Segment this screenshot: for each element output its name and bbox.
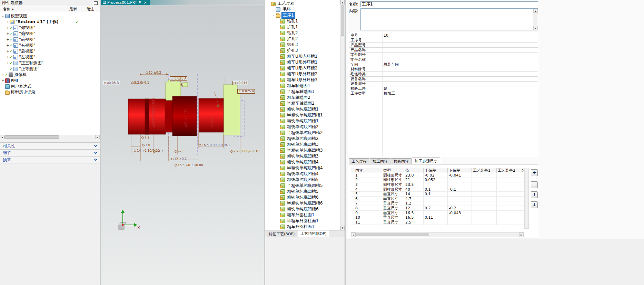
dimension-annotation[interactable]: 16.5 0.000/-0.043 [199,143,230,147]
table-action-button[interactable]: + [531,169,538,176]
scrollbar-thumb[interactable] [356,233,429,236]
navigator-tree-item[interactable]: + ✓ "俯视图" [0,31,100,37]
expander-toggle[interactable]: + [6,26,10,30]
process-tree-item[interactable]: 精铣单纯底凹槽6 [266,206,340,212]
table-action-button[interactable]: - [531,181,538,188]
process-tree-item[interactable]: 精车外圆柱面1 [266,224,340,230]
scroll-down-icon[interactable] [340,226,345,230]
navigator-section-header[interactable]: 预览 [0,156,100,163]
steps-column-header[interactable]: 值 [404,168,424,173]
dimension-annotation[interactable]: ⌀23.5 [210,118,214,127]
steps-horizontal-scrollbar[interactable] [351,232,524,237]
process-tree-item[interactable]: 半精车外圆柱面1 [266,218,340,224]
expander-toggle[interactable]: + [6,55,10,59]
navigator-tree-item[interactable]: + "Section #1" (工作) ✓ [0,19,100,25]
process-tree-item[interactable]: 扩孔3 [266,48,340,54]
process-tree-item[interactable]: 精铣单纯底凹槽4 [266,171,340,177]
navigator-tree-item[interactable]: 模型历史记录 [0,89,100,95]
steps-column-header[interactable]: 类型 [382,168,404,173]
scroll-right-icon[interactable] [519,232,524,237]
steps-column-header[interactable]: 工艺装备2 [497,168,520,173]
property-value[interactable] [382,38,538,42]
table-action-button[interactable]: ↓ [531,201,538,208]
column-note[interactable]: 附注 [85,6,100,12]
steps-table-row[interactable]: 7 垂直尺寸 1.2 [351,201,524,206]
visibility-check-icon[interactable]: ✓ [10,55,13,59]
property-row[interactable]: 零件名称 [349,57,538,62]
property-value[interactable]: 机加工 [382,91,538,96]
navigator-tree-item[interactable]: ✓ "正等测图" [0,66,100,72]
dimension-annotation[interactable]: 7.2 [141,136,149,140]
expander-toggle[interactable]: + [1,73,5,77]
property-row[interactable]: 工序类型 机加工 [349,91,538,96]
steps-table-row[interactable]: 5 垂直尺寸 14 0.1 [351,192,524,197]
process-view-tab[interactable]: 特征工艺(BOP) [266,231,297,237]
process-tree-item[interactable]: 粗车U形外环槽2 [266,71,340,77]
navigator-tree-item[interactable]: + ✓ 摄像机 [0,72,100,78]
navigator-section-header[interactable]: 细节 [0,149,100,156]
property-row[interactable]: 设备名称 [349,77,538,82]
process-tree-item[interactable]: 粗铣单纯底凹槽5 [266,177,340,183]
dimension-annotation[interactable]: 1.6 [142,143,150,147]
property-row[interactable]: 零件图号 [349,53,538,57]
process-tree-item[interactable]: - 工序1 [266,12,340,18]
process-tree-item[interactable]: 钻孔1 [266,18,340,24]
process-tree-item[interactable]: 半精车轴端面1 [266,89,340,95]
dimension-annotation[interactable]: 9.2 0/-0.1 [131,81,149,85]
expander-toggle[interactable]: + [6,20,10,24]
navigator-section-header[interactable]: 相关性 [0,142,100,149]
navigator-tree-item[interactable]: + PMI [0,78,100,84]
property-row[interactable]: 车间 总装车间 [349,62,538,67]
part-tab[interactable]: Process001.PRT × [101,0,150,5]
dimension-annotation[interactable]: ⊥ 0.025 A [170,76,187,81]
steps-column-header[interactable]: 下偏差 [448,168,472,173]
detail-tab[interactable]: 检验内容 [391,158,412,164]
property-value[interactable]: 是 [382,86,538,91]
process-tree-item[interactable]: 粗车轴端面2 [266,95,340,101]
process-tree-item[interactable]: 半精铣单纯底凹槽6 [266,200,340,206]
dimension-annotation[interactable]: ⌀0.015 [232,81,248,85]
scroll-down-icon[interactable] [533,26,538,30]
steps-vertical-scrollbar[interactable] [524,168,529,229]
steps-table-row[interactable]: 8 垂直尺寸 12 0.2 -0.2 [351,206,524,211]
table-action-button[interactable]: ↑ [531,191,538,198]
navigator-tree-item[interactable]: + ✓ "后视图" [0,48,100,54]
pin-icon[interactable] [138,1,141,4]
property-row[interactable]: 材料牌号 [349,67,538,72]
expander-toggle[interactable]: + [6,32,10,36]
steps-table-row[interactable]: 1 圆柱形尺寸 23.8 -0.02 -0.041 [351,173,524,178]
undock-window-icon[interactable] [94,1,98,5]
navigator-tree-item[interactable]: - 模型视图 [0,13,100,19]
scroll-up-icon[interactable] [533,9,538,13]
detail-tab[interactable]: 工艺过程 [349,158,369,164]
property-row[interactable]: 工序号 [349,38,538,43]
operation-content-textarea[interactable] [360,8,538,30]
property-value[interactable] [382,72,538,76]
process-tree-item[interactable]: 精铣单纯底凹槽2 [266,136,340,142]
property-row[interactable]: 毛坯种类 [349,72,538,77]
expander-toggle[interactable]: + [6,44,10,47]
process-tree-scrollbar[interactable] [340,0,345,230]
process-tree-item[interactable]: 精铣单纯底凹槽1 [266,118,340,124]
visibility-check-icon[interactable]: ✓ [10,31,13,36]
detail-tab[interactable]: 加工步骤尺寸 [412,158,440,164]
steps-table-row[interactable]: 6 垂直尺寸 4.7 [351,197,524,201]
process-tree-item[interactable]: 粗铣单纯底凹槽6 [266,194,340,200]
detail-tab[interactable]: 加工内容 [370,158,390,164]
model-view-canvas[interactable]: X 15 ±0.2 ⊥ 0.025 A ⌀0.05 B 9.2 0/-0.1 [101,5,264,285]
process-tree-item[interactable]: 粗车U形外环槽3 [266,77,340,83]
process-tree-item[interactable]: 钻孔3 [266,42,340,48]
navigator-tree-item[interactable]: 用户表达式 [0,84,100,89]
process-tree-item[interactable]: 粗车U形内环槽2 [266,65,340,71]
process-tree-item[interactable]: 半精铣单纯底凹槽4 [266,165,340,171]
textarea-scrollbar[interactable] [533,9,538,30]
scrollbar-thumb[interactable] [4,135,59,139]
navigator-tree-item[interactable]: + ✓ "右视图" [0,42,100,48]
process-tree-item[interactable]: 半精铣单纯底凹槽5 [266,183,340,189]
process-tree-item[interactable]: 精铣单纯底凹槽5 [266,189,340,194]
close-icon[interactable]: × [143,0,147,5]
steps-column-header[interactable]: 名 [520,168,524,173]
process-tree-item[interactable]: 半精铣单纯底凹槽1 [266,112,340,118]
process-tree-item[interactable]: 粗车外圆柱面1 [266,212,340,218]
dimension-annotation[interactable]: 12 ±0.2 [171,157,187,161]
